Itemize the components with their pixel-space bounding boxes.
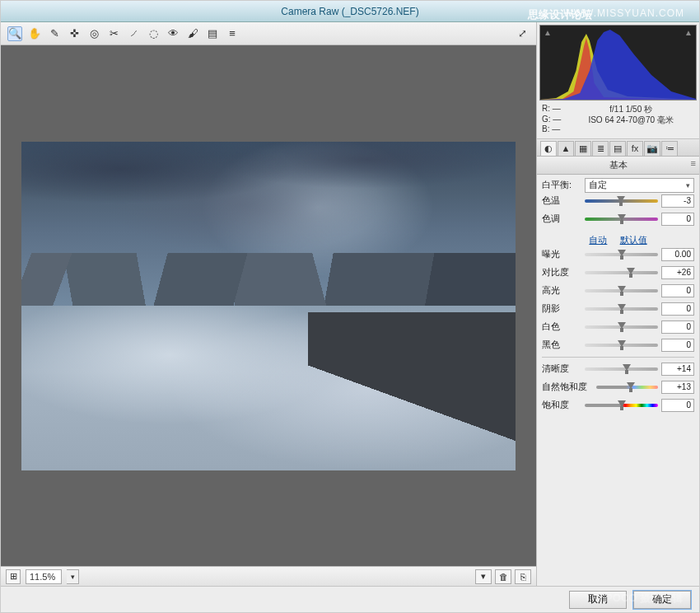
watermark-site-url: WWW.MISSYUAN.COM [563,7,684,19]
slider-row-shadows: 阴影0 [542,302,694,316]
slider-thumb-tint[interactable] [618,214,626,224]
slider-thumb-contrast[interactable] [627,268,635,278]
auto-default-links: 自动 默认值 [542,231,694,248]
white-balance-value: 自定 [589,179,607,191]
slider-row-clarity: 清晰度+14 [542,363,694,376]
zoom-grid-button[interactable]: ⊞ [6,569,21,584]
exif-readout: f/11 1/50 秒 ISO 64 24-70@70 毫米 [567,104,694,135]
label-temperature: 色温 [542,194,581,207]
tab-split[interactable]: ▤ [609,141,626,156]
slider-tint[interactable] [585,214,658,224]
tab-detail[interactable]: ▦ [575,141,591,156]
white-balance-select[interactable]: 自定 ▾ [585,178,694,193]
white-balance-icon[interactable]: ✎ [47,26,62,41]
label-shadows: 阴影 [542,302,581,315]
label-vibrance: 自然饱和度 [542,381,593,393]
target-adjust-icon[interactable]: ◎ [86,26,101,41]
shadow-clip-icon[interactable]: ▲ [542,27,553,37]
top-toolbar: 🔍✋✎✜◎✂⟋◌👁🖌▤≡⤢ [1,22,536,45]
slider-thumb-vibrance[interactable] [627,382,635,392]
panel-header: 基本 ≡ [537,156,699,175]
redeye-icon[interactable]: 👁 [166,26,180,41]
value-blacks[interactable]: 0 [661,339,694,352]
open-copy-icon[interactable]: ⎘ [515,569,531,584]
gradient-icon[interactable]: ▤ [205,26,220,41]
crop-icon[interactable]: ✂ [106,26,121,41]
zoom-icon[interactable]: 🔍 [7,26,22,41]
slider-thumb-blacks[interactable] [618,340,626,350]
value-tint[interactable]: 0 [661,213,694,226]
auto-link[interactable]: 自动 [589,235,607,245]
slider-thumb-exposure[interactable] [618,250,626,260]
slider-temperature[interactable] [585,196,658,206]
slider-thumb-temperature[interactable] [617,196,625,206]
adjust-brush-icon[interactable]: 🖌 [185,26,200,41]
tab-hsl[interactable]: ≣ [592,141,609,156]
color-sampler-icon[interactable]: ✜ [67,26,82,41]
value-clarity[interactable]: +14 [661,363,694,376]
label-exposure: 曝光 [542,248,581,260]
tab-camera[interactable]: 📷 [644,141,660,156]
label-highlights: 高光 [542,284,581,297]
slider-thumb-whites[interactable] [618,322,626,332]
zoom-value[interactable]: 11.5% [26,569,62,584]
slider-row-vibrance: 自然饱和度+13 [542,381,694,394]
preview-image [21,142,516,470]
slider-thumb-clarity[interactable] [623,364,631,374]
spot-removal-icon[interactable]: ◌ [146,26,161,41]
slider-thumb-shadows[interactable] [618,304,626,314]
slider-clarity[interactable] [585,364,658,374]
default-link[interactable]: 默认值 [620,235,647,245]
straighten-icon[interactable]: ⟋ [126,26,141,41]
divider [542,357,694,358]
slider-row-blacks: 黑色0 [542,339,694,352]
slider-exposure[interactable] [585,250,658,260]
value-contrast[interactable]: +26 [661,266,694,279]
slider-vibrance[interactable] [596,382,658,392]
exif-line1: f/11 1/50 秒 [567,104,694,115]
slider-highlights[interactable] [585,286,658,296]
rgb-readout: R: — G: — B: — [542,104,561,135]
hand-icon[interactable]: ✋ [27,26,42,41]
slider-row-highlights: 高光0 [542,284,694,297]
value-temperature[interactable]: -3 [661,194,694,208]
label-saturation: 饱和度 [542,399,581,411]
label-blacks: 黑色 [542,339,581,351]
dialog-footer: 取消 确定 [1,586,699,612]
slider-shadows[interactable] [585,304,658,314]
value-saturation[interactable]: 0 [661,399,694,412]
tab-basic[interactable]: ◐ [540,141,557,156]
value-whites[interactable]: 0 [661,321,694,334]
slider-contrast[interactable] [585,268,658,278]
window-title: Camera Raw (_DSC5726.NEF) [281,6,418,17]
label-tint: 色调 [542,213,581,225]
r-value: R: — [542,104,561,115]
tab-lens[interactable]: fx [627,141,643,156]
slider-saturation[interactable] [585,400,658,410]
right-panel: ▲ ▲ R: — G: — B: — f/11 1/ [536,22,699,586]
window-frame: Camera Raw (_DSC5726.NEF) 🔍✋✎✜◎✂⟋◌👁🖌▤≡⤢ … [0,0,700,613]
value-shadows[interactable]: 0 [661,302,694,316]
g-value: G: — [542,115,561,125]
slider-row-contrast: 对比度+26 [542,266,694,279]
histogram[interactable]: ▲ ▲ [539,25,697,101]
slider-blacks[interactable] [585,340,658,350]
panel-menu-icon[interactable]: ≡ [691,158,696,168]
tab-preset[interactable]: ≔ [661,141,678,156]
value-highlights[interactable]: 0 [661,284,694,297]
label-contrast: 对比度 [542,266,581,278]
prefs-icon[interactable]: ≡ [225,26,240,41]
slider-whites[interactable] [585,322,658,332]
fullscreen-icon[interactable]: ⤢ [515,26,530,41]
canvas-area[interactable] [1,45,536,566]
filter-icon[interactable]: ▾ [475,569,492,584]
highlight-clip-icon[interactable]: ▲ [683,27,694,37]
slider-thumb-highlights[interactable] [618,286,626,296]
chevron-down-icon: ▾ [686,181,690,190]
value-exposure[interactable]: 0.00 [661,248,694,261]
value-vibrance[interactable]: +13 [661,381,694,394]
slider-thumb-saturation[interactable] [618,400,626,410]
zoom-dropdown[interactable]: ▾ [67,569,79,584]
trash-icon[interactable]: 🗑 [495,569,511,584]
tab-curve[interactable]: ▲ [558,141,574,156]
